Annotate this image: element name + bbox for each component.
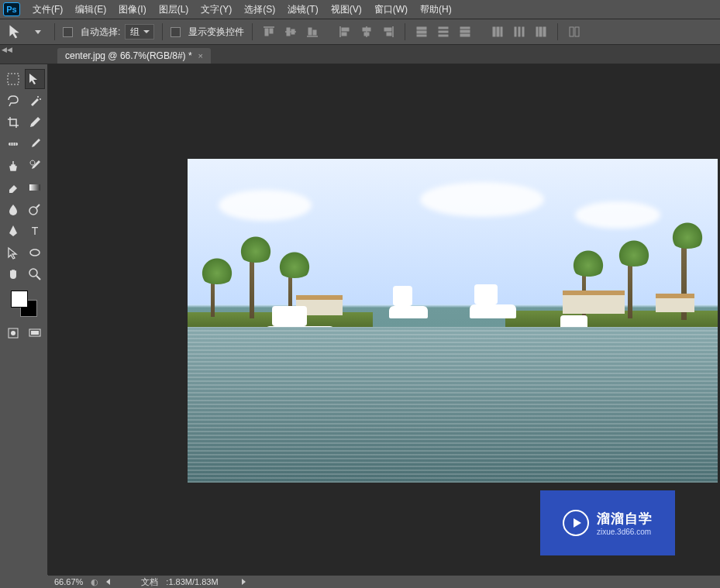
separator — [405, 23, 405, 40]
svg-rect-7 — [308, 28, 312, 35]
distribute-hcenter-icon[interactable] — [511, 23, 528, 40]
canvas-area[interactable]: 溜溜自学 zixue.3d66.com — [48, 64, 720, 575]
svg-rect-18 — [417, 27, 426, 29]
svg-rect-32 — [522, 27, 524, 36]
menu-image[interactable]: 图像(I) — [112, 2, 152, 18]
svg-rect-21 — [439, 27, 448, 29]
svg-point-46 — [29, 207, 37, 215]
svg-rect-11 — [342, 33, 346, 36]
show-transform-checkbox[interactable] — [171, 27, 181, 37]
tool-crop[interactable] — [3, 112, 23, 132]
menu-window[interactable]: 窗口(W) — [368, 2, 414, 18]
menu-help[interactable]: 帮助(H) — [414, 2, 458, 18]
svg-rect-33 — [536, 27, 538, 36]
menu-view[interactable]: 视图(V) — [325, 2, 368, 18]
svg-rect-22 — [439, 31, 448, 33]
svg-rect-24 — [460, 27, 470, 29]
svg-point-40 — [40, 98, 41, 100]
svg-rect-27 — [493, 27, 495, 36]
menu-edit[interactable]: 编辑(E) — [69, 2, 112, 18]
tool-gradient[interactable] — [25, 177, 45, 198]
status-zoom[interactable]: 66.67% — [54, 577, 83, 586]
align-vcenter-icon[interactable] — [282, 23, 299, 40]
document-image — [188, 159, 718, 483]
align-top-edges-icon[interactable] — [260, 23, 277, 40]
auto-select-checkbox[interactable] — [63, 27, 73, 37]
tool-eraser[interactable] — [3, 177, 23, 198]
svg-rect-31 — [518, 27, 520, 36]
distribute-top-icon[interactable] — [413, 23, 430, 40]
tool-eyedropper[interactable] — [25, 112, 45, 132]
distribute-vcenter-icon[interactable] — [435, 23, 452, 40]
svg-rect-23 — [439, 35, 448, 36]
svg-rect-17 — [387, 33, 391, 36]
foreground-color[interactable] — [11, 291, 28, 308]
show-transform-label: 显示变换控件 — [188, 26, 244, 39]
tool-magic-wand[interactable] — [25, 91, 45, 111]
tool-type[interactable]: T — [25, 221, 45, 241]
tool-clone[interactable] — [3, 156, 23, 176]
menu-type[interactable]: 文字(Y) — [195, 2, 238, 18]
svg-rect-19 — [417, 31, 426, 33]
separator — [557, 23, 558, 40]
svg-point-49 — [30, 249, 40, 256]
svg-rect-2 — [270, 29, 273, 33]
svg-rect-38 — [8, 74, 19, 84]
workarea: T — [0, 64, 720, 575]
tool-blur[interactable] — [3, 199, 23, 219]
svg-point-39 — [37, 96, 39, 98]
auto-select-type-select[interactable]: 组 — [125, 24, 154, 40]
svg-rect-37 — [575, 27, 579, 36]
svg-text:T: T — [31, 225, 38, 237]
tool-history-brush[interactable] — [25, 156, 45, 176]
svg-point-50 — [29, 269, 37, 277]
panel-collapse-icon[interactable]: ◀◀ — [2, 46, 12, 53]
status-arrow-left-icon[interactable] — [106, 579, 110, 585]
svg-rect-26 — [460, 34, 470, 36]
close-tab-icon[interactable]: × — [198, 51, 203, 60]
tool-dodge[interactable] — [25, 199, 45, 219]
tool-marquee[interactable] — [3, 69, 23, 89]
align-right-edges-icon[interactable] — [380, 23, 397, 40]
auto-align-icon[interactable] — [566, 23, 583, 40]
separator — [54, 23, 55, 40]
tool-preset-dropdown[interactable] — [29, 23, 47, 40]
tool-lasso[interactable] — [3, 91, 23, 111]
align-bottom-edges-icon[interactable] — [304, 23, 321, 40]
menu-filter[interactable]: 滤镜(T) — [281, 2, 324, 18]
distribute-left-icon[interactable] — [489, 23, 506, 40]
tool-screen-mode[interactable] — [25, 323, 45, 343]
toolbox: T — [0, 64, 48, 575]
menu-file[interactable]: 文件(F) — [26, 2, 69, 18]
menu-layer[interactable]: 图层(L) — [153, 2, 195, 18]
auto-select-label: 自动选择: — [81, 26, 120, 39]
tool-hand[interactable] — [3, 264, 23, 284]
tool-shape[interactable] — [25, 242, 45, 263]
align-hcenter-icon[interactable] — [358, 23, 375, 40]
tool-path-select[interactable] — [3, 242, 23, 263]
align-left-edges-icon[interactable] — [336, 23, 353, 40]
svg-point-53 — [11, 331, 16, 335]
tool-quick-mask[interactable] — [3, 323, 23, 343]
toolbox-bottom — [3, 323, 45, 343]
svg-rect-8 — [313, 30, 316, 35]
menu-bar: Ps 文件(F) 编辑(E) 图像(I) 图层(L) 文字(Y) 选择(S) 滤… — [0, 0, 720, 19]
document-tab[interactable]: center.jpg @ 66.7%(RGB/8#) * × — [57, 48, 211, 64]
current-tool-icon[interactable] — [8, 23, 25, 40]
distribute-bottom-icon[interactable] — [456, 23, 474, 40]
svg-line-47 — [36, 205, 40, 208]
status-arrow-right-icon[interactable] — [242, 579, 246, 585]
status-zoom-icon[interactable]: ◐ — [91, 577, 98, 587]
tool-pen[interactable] — [3, 221, 23, 241]
distribute-right-icon[interactable] — [532, 23, 549, 40]
tool-grid: T — [3, 69, 45, 284]
tool-healing[interactable] — [3, 134, 23, 154]
menu-select[interactable]: 选择(S) — [238, 2, 281, 18]
right-shore — [505, 263, 718, 334]
tool-brush[interactable] — [25, 134, 45, 154]
svg-rect-55 — [31, 331, 39, 335]
tool-zoom[interactable] — [25, 264, 45, 284]
svg-rect-30 — [515, 27, 516, 36]
tool-move[interactable] — [25, 69, 45, 89]
status-doc-value: :1.83M/1.83M — [166, 577, 218, 586]
